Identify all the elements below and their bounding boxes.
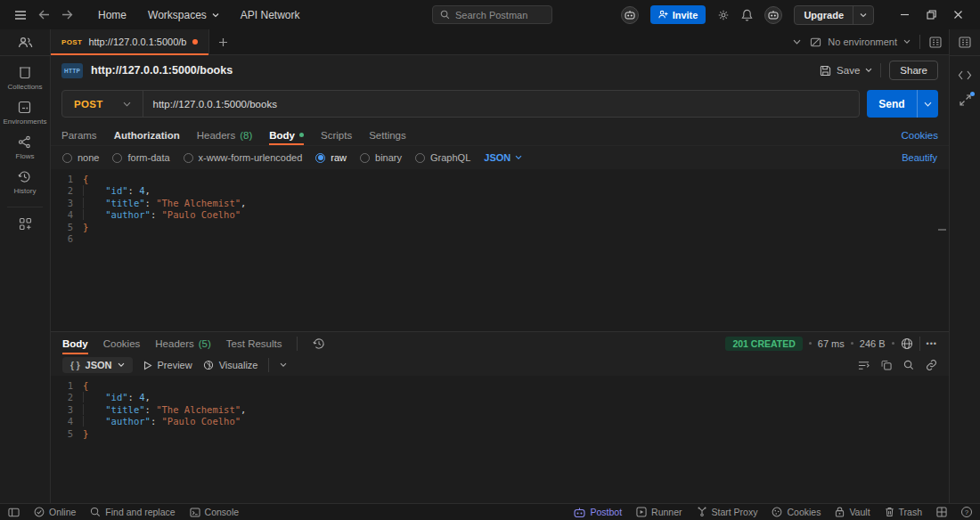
runner-button[interactable]: Runner	[636, 507, 682, 517]
mode-graphql[interactable]: GraphQL	[415, 152, 470, 163]
environment-selector[interactable]: No environment	[810, 37, 911, 48]
method-selector[interactable]: POST	[62, 99, 143, 110]
request-title[interactable]: http://127.0.0.1:5000/books	[91, 64, 233, 77]
send-button[interactable]: Send	[867, 90, 938, 118]
save-button[interactable]: Save	[820, 65, 872, 77]
tab-params[interactable]: Params	[61, 125, 97, 145]
sidebar-item-flows[interactable]: Flows	[16, 135, 35, 160]
new-tab-button[interactable]	[209, 29, 236, 54]
request-body-editor[interactable]: 1{2 "id": 4,3 "title": "The Alchemist",4…	[51, 169, 949, 331]
wrap-text-icon[interactable]	[858, 361, 870, 370]
raw-type-selector[interactable]: JSON	[484, 152, 522, 163]
vault-button[interactable]: Vault	[835, 507, 870, 517]
tab-settings[interactable]: Settings	[369, 125, 406, 145]
code-line[interactable]: 2 "id": 4,	[51, 392, 949, 403]
response-format-selector[interactable]: { } JSON	[62, 357, 133, 373]
cookies-button[interactable]: Cookies	[772, 507, 821, 517]
code-line[interactable]: 4 "author": "Paulo Coelho"	[51, 416, 949, 427]
postbot-button[interactable]: Postbot	[574, 507, 622, 517]
tab-headers[interactable]: Headers (8)	[197, 125, 253, 145]
globe-icon[interactable]	[901, 337, 913, 350]
nav-home[interactable]: Home	[89, 5, 135, 25]
environment-quick-look-icon[interactable]	[929, 37, 942, 48]
help-icon[interactable]: ?	[961, 507, 972, 517]
global-search[interactable]: Search Postman	[432, 5, 552, 24]
tab-scripts[interactable]: Scripts	[321, 125, 352, 145]
mode-form-data[interactable]: form-data	[112, 152, 169, 163]
start-proxy-button[interactable]: Start Proxy	[697, 507, 758, 517]
find-and-replace[interactable]: Find and replace	[90, 507, 175, 517]
sidebar-item-environments[interactable]: Environments	[4, 101, 47, 126]
cookies-link[interactable]: Cookies	[901, 125, 938, 145]
sidebar-item-history[interactable]: History	[14, 170, 37, 195]
notification-dot	[970, 92, 975, 96]
mode-urlencoded[interactable]: x-www-form-urlencoded	[184, 152, 303, 163]
mode-binary[interactable]: binary	[360, 152, 402, 163]
chevron-down-icon[interactable]	[853, 6, 873, 24]
code-line[interactable]: 3 "title": "The Alchemist",	[51, 198, 949, 209]
settings-gear-icon[interactable]	[717, 9, 730, 21]
share-button[interactable]: Share	[889, 61, 938, 80]
tab-body[interactable]: Body	[269, 125, 304, 145]
expand-panel-icon[interactable]	[960, 94, 971, 106]
online-status[interactable]: Online	[34, 507, 76, 517]
response-tab-test-results[interactable]: Test Results	[226, 332, 282, 354]
response-tab-body[interactable]: Body	[62, 332, 88, 354]
trash-button[interactable]: Trash	[885, 507, 922, 517]
response-tab-headers[interactable]: Headers (5)	[155, 332, 211, 354]
sidebar-item-more-tools[interactable]	[19, 217, 32, 231]
chevron-down-icon[interactable]	[280, 362, 287, 368]
notifications-bell-icon[interactable]	[741, 9, 753, 21]
code-line[interactable]: 4 "author": "Paulo Coelho"	[51, 209, 949, 221]
response-body-editor[interactable]: 1{2 "id": 4,3 "title": "The Alchemist",4…	[51, 376, 949, 503]
code-line[interactable]: 5}	[51, 222, 949, 233]
code-line[interactable]: 1{	[51, 174, 949, 185]
tab-authorization[interactable]: Authorization	[114, 125, 180, 145]
code-line[interactable]: 2 "id": 4,	[51, 185, 949, 197]
mode-none[interactable]: none	[62, 152, 99, 163]
environment-quick-look-panel-icon[interactable]	[950, 29, 980, 56]
link-icon[interactable]	[926, 360, 937, 370]
code-line[interactable]: 6	[51, 233, 949, 245]
nav-api-network[interactable]: API Network	[232, 5, 309, 25]
nav-workspaces[interactable]: Workspaces	[139, 5, 228, 25]
line-number: 5	[51, 428, 83, 440]
workspace-people-icon[interactable]	[0, 29, 50, 56]
menu-icon[interactable]	[9, 10, 32, 20]
user-avatar[interactable]	[764, 6, 782, 24]
beautify-link[interactable]: Beautify	[902, 152, 937, 163]
postbot-avatar-icon[interactable]	[621, 6, 639, 24]
panes-grid-icon[interactable]	[936, 507, 947, 517]
response-size[interactable]: 246 B	[860, 338, 886, 349]
url-input[interactable]: http://127.0.0.1:5000/books	[143, 99, 287, 110]
send-options-chevron-icon[interactable]	[917, 90, 938, 118]
sidebar-item-collections[interactable]: Collections	[7, 66, 42, 91]
code-line[interactable]: 5}	[51, 428, 949, 440]
invite-button[interactable]: Invite	[650, 5, 706, 24]
more-options-icon[interactable]: •••	[927, 339, 937, 348]
code-snippet-icon[interactable]	[958, 70, 972, 80]
response-tab-cookies[interactable]: Cookies	[103, 332, 141, 354]
minimize-icon[interactable]	[891, 4, 918, 27]
code-line[interactable]: 3 "title": "The Alchemist",	[51, 404, 949, 416]
preview-button[interactable]: Preview	[143, 360, 192, 370]
response-time[interactable]: 67 ms	[818, 338, 845, 349]
visualize-button[interactable]: Visualize	[203, 360, 258, 370]
open-request-tab[interactable]: POST http://127.0.0.1:5000/b	[51, 29, 209, 54]
tab-list-chevron-icon[interactable]	[793, 39, 801, 45]
close-icon[interactable]	[944, 4, 971, 27]
copy-icon[interactable]	[881, 360, 892, 370]
restore-icon[interactable]	[918, 4, 944, 27]
toggle-sidebar-icon[interactable]	[8, 508, 20, 517]
search-response-icon[interactable]	[903, 360, 914, 370]
mode-raw[interactable]: raw	[315, 152, 347, 163]
forward-arrow-icon[interactable]	[55, 10, 78, 20]
upgrade-button[interactable]: Upgrade	[794, 5, 874, 25]
back-arrow-icon[interactable]	[32, 10, 55, 20]
response-history-icon[interactable]	[313, 332, 325, 354]
editor-scrollbar[interactable]	[938, 229, 946, 231]
code-line[interactable]: 1{	[51, 380, 949, 392]
console-button[interactable]: Console	[190, 507, 240, 517]
status-badge[interactable]: 201 CREATED	[725, 337, 802, 351]
chevron-down-icon[interactable]	[865, 68, 872, 73]
